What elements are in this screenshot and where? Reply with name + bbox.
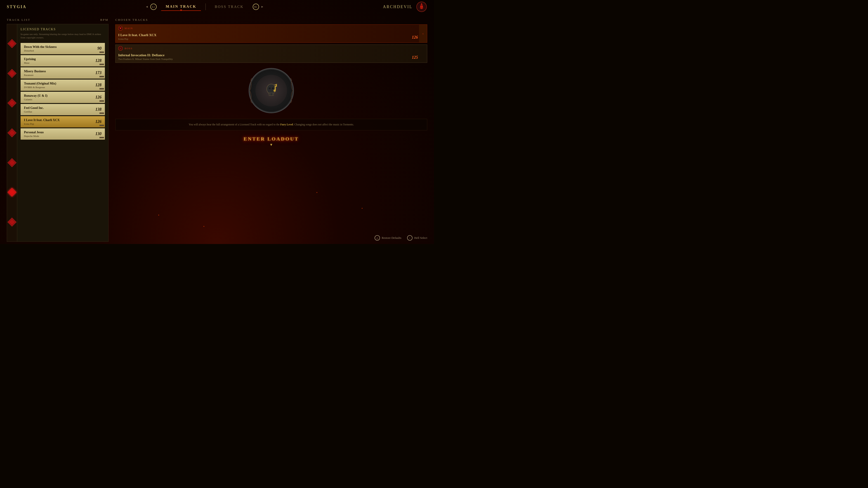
r1-button[interactable]: R1: [253, 4, 259, 10]
track-item[interactable]: Runaway (U & I) Galantis 126: [21, 92, 105, 103]
track-artist: Galantis: [24, 98, 48, 101]
boss-track-info: Infernal Invocation II: Defiance Two Fea…: [116, 52, 427, 63]
track-bpm: 90: [97, 46, 101, 51]
restore-label: Restore Defaults: [382, 236, 401, 240]
region-label: STYGIA: [7, 4, 26, 9]
main-type-label: MAIN: [125, 27, 133, 30]
track-list-label: TRACK LIST: [7, 18, 31, 22]
description-text: You will always hear the full arrangemen…: [119, 123, 424, 127]
track-items-list: Down With the Sickness Disturbed 90 Upri…: [21, 43, 105, 140]
main-track-info: I Love It feat. Charli XCX Icona Pop: [116, 32, 427, 42]
chosen-tracks-header: CHOSEN TRACKS: [115, 18, 427, 22]
hell-select-icon: ○: [407, 235, 412, 240]
track-artist: Muse: [24, 61, 36, 64]
svg-point-12: [269, 88, 271, 89]
track-item[interactable]: Personal Jesus Depeche Mode 130: [21, 128, 105, 140]
description-box: You will always hear the full arrangemen…: [115, 119, 427, 130]
track-bpm: 126: [95, 119, 101, 124]
track-artist: Disturbed: [24, 49, 57, 52]
track-item[interactable]: Uprising Muse 128: [21, 55, 105, 66]
diamond-5: [7, 158, 17, 167]
track-list-container: LICENSED TRACKS In-game use only. Stream…: [7, 24, 108, 242]
main-track-tab[interactable]: MAIN TRACK: [161, 3, 201, 11]
main-track-type: MAIN: [116, 25, 427, 32]
left-panel: TRACK LIST BPM LICENSED TRACKS In-game u…: [7, 18, 108, 242]
bpm-label: BPM: [100, 18, 108, 22]
r1-label: R1: [254, 6, 257, 8]
main-track-card: MAIN I Love It feat. Charli XCX Icona Po…: [115, 24, 427, 43]
track-bpm: 128: [95, 83, 101, 88]
medallion-container: [115, 68, 427, 113]
track-name: Personal Jesus: [24, 131, 44, 134]
boss-track-name: Infernal Invocation II: Defiance: [118, 53, 424, 57]
track-scrollbar: [99, 76, 104, 77]
track-scrollbar: [99, 125, 104, 126]
hell-select-label: Hell Select: [414, 236, 427, 240]
diamond-6: [7, 188, 17, 197]
boss-track-bpm: 125: [412, 55, 418, 60]
next-track-button[interactable]: R1 ►: [253, 4, 264, 10]
enter-loadout-button[interactable]: ENTER LOADOUT ▼: [115, 136, 427, 147]
track-info: Down With the Sickness Disturbed: [24, 45, 57, 52]
right-arrow-icon: ►: [261, 5, 264, 8]
track-name: Misery Business: [24, 70, 46, 73]
character-info: ARCHDEVIL: [383, 1, 427, 12]
track-bpm: 130: [95, 131, 101, 136]
track-info: Feel Good Inc. Gorillaz: [24, 106, 44, 113]
track-info: Personal Jesus Depeche Mode: [24, 131, 44, 137]
track-info: Tsunami (Original Mix) DVBBS & Borgeous: [24, 82, 56, 89]
track-name: Uprising: [24, 57, 36, 61]
main-track-name: I Love It feat. Charli XCX: [118, 33, 424, 37]
track-name: Tsunami (Original Mix): [24, 82, 56, 86]
boss-track-tab[interactable]: BOSS TRACK: [210, 3, 248, 11]
boss-track-artist: Two Feathers ft. Mikael Stanne from Dark…: [118, 58, 424, 60]
left-arrow-icon: ◄: [145, 5, 149, 8]
diamond-1: [7, 39, 17, 48]
restore-defaults-action[interactable]: △ Restore Defaults: [375, 235, 401, 240]
diamond-7: [7, 218, 17, 227]
licensed-notice: In-game use only. Streaming/sharing the …: [21, 33, 105, 39]
track-info: I Love It feat. Charli XCX Icona Pop: [24, 119, 60, 125]
restore-button-symbol: △: [376, 236, 378, 239]
track-item[interactable]: Misery Business Paramore 173: [21, 67, 105, 78]
hell-select-symbol: ○: [409, 236, 410, 239]
l1-button[interactable]: L1: [150, 4, 157, 10]
restore-icon: △: [375, 235, 380, 240]
archdevil-icon: [416, 1, 427, 12]
track-list-scroll[interactable]: LICENSED TRACKS In-game use only. Stream…: [17, 24, 108, 241]
main-track-artist: Icona Pop: [118, 37, 424, 40]
svg-point-6: [120, 48, 121, 49]
track-bpm: 128: [95, 58, 101, 63]
enter-loadout-label: ENTER LOADOUT: [115, 136, 427, 142]
track-item[interactable]: Tsunami (Original Mix) DVBBS & Borgeous …: [21, 79, 105, 91]
medallion-inner: [255, 75, 287, 106]
boss-track-type: BOSS: [116, 45, 427, 52]
boss-type-icon: [118, 46, 123, 51]
fury-level-highlight: Fury Level: [280, 123, 293, 126]
track-info: Runaway (U & I) Galantis: [24, 94, 48, 101]
main-track-label: MAIN TRACK: [166, 4, 196, 8]
nav-center: ◄ L1 MAIN TRACK BOSS TRACK R1 ►: [145, 3, 264, 11]
svg-point-13: [272, 88, 274, 89]
track-item[interactable]: Feel Good Inc. Gorillaz 138: [21, 104, 105, 115]
diamond-2: [7, 69, 17, 78]
track-list-header: TRACK LIST BPM: [7, 18, 108, 22]
track-item[interactable]: I Love It feat. Charli XCX Icona Pop 126: [21, 116, 105, 127]
track-scrollbar: [99, 137, 104, 138]
track-scrollbar: [99, 64, 104, 65]
svg-point-1: [420, 6, 421, 6]
boss-track-card: BOSS Infernal Invocation II: Defiance Tw…: [115, 44, 427, 63]
main-card-expand[interactable]: ‹: [419, 25, 427, 42]
track-scrollbar: [99, 52, 104, 53]
hell-select-action[interactable]: ○ Hell Select: [407, 235, 427, 240]
right-panel: CHOSEN TRACKS MAIN I Love It feat. Charl…: [113, 18, 427, 242]
enter-loadout-arrow: ▼: [115, 143, 427, 147]
track-item[interactable]: Down With the Sickness Disturbed 90: [21, 43, 105, 54]
character-class: ARCHDEVIL: [383, 4, 412, 9]
track-info: Uprising Muse: [24, 57, 36, 64]
music-medallion: [249, 68, 294, 113]
track-info: Misery Business Paramore: [24, 70, 46, 76]
track-scrollbar: [99, 112, 104, 114]
track-artist: Depeche Mode: [24, 135, 44, 137]
prev-track-button[interactable]: ◄ L1: [145, 4, 157, 10]
